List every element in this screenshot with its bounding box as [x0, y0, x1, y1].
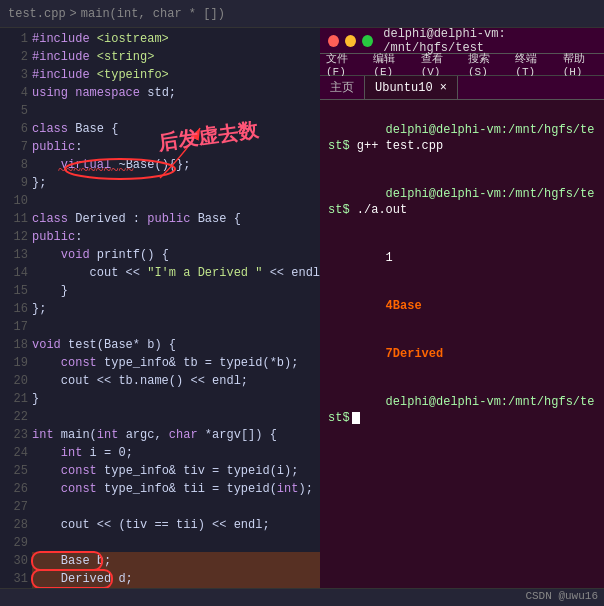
code-line-28: cout << (tiv == tii) << endl;	[32, 516, 320, 534]
menu-view[interactable]: 查看(V)	[421, 51, 456, 78]
code-line-15: }	[32, 282, 320, 300]
code-line-20: cout << tb.name() << endl;	[32, 372, 320, 390]
code-editor: 12345 678910 1112131415 1617181920 21222…	[0, 28, 320, 588]
code-line-7: public:	[32, 138, 320, 156]
breadcrumb: test.cpp > main(int, char * [])	[0, 7, 233, 21]
menu-search[interactable]: 搜索(S)	[468, 51, 503, 78]
code-line-3: #include <typeinfo>	[32, 66, 320, 84]
code-line-5	[32, 102, 320, 120]
main-area: 12345 678910 1112131415 1617181920 21222…	[0, 28, 604, 588]
terminal-cmd-1: g++ test.cpp	[350, 139, 444, 153]
code-line-4: using namespace std;	[32, 84, 320, 102]
menu-file[interactable]: 文件(F)	[326, 51, 361, 78]
code-line-31: Derived d;	[32, 570, 320, 588]
code-line-23: int main(int argc, char *argv[]) {	[32, 426, 320, 444]
code-line-13: void printf() {	[32, 246, 320, 264]
terminal-cursor	[352, 412, 360, 424]
code-line-17	[32, 318, 320, 336]
bottom-bar: CSDN @uwu16	[0, 588, 604, 606]
code-line-24: int i = 0;	[32, 444, 320, 462]
line-numbers: 12345 678910 1112131415 1617181920 21222…	[0, 28, 28, 588]
code-line-25: const type_info& tiv = typeid(i);	[32, 462, 320, 480]
breadcrumb-func: main(int, char * [])	[81, 7, 225, 21]
watermark: CSDN @uwu16	[525, 590, 598, 602]
terminal-output-1: 1	[386, 251, 393, 265]
code-line-19: const type_info& tb = typeid(*b);	[32, 354, 320, 372]
terminal-line-3: 1	[328, 234, 596, 282]
terminal-panel: delphi@delphi-vm: /mnt/hgfs/test 文件(F) 编…	[320, 28, 604, 588]
code-line-9: };	[32, 174, 320, 192]
menu-terminal[interactable]: 终端(T)	[515, 51, 550, 78]
code-line-21: }	[32, 390, 320, 408]
terminal-line-2: delphi@delphi-vm:/mnt/hgfs/test$ ./a.out	[328, 170, 596, 234]
terminal-line-6: delphi@delphi-vm:/mnt/hgfs/test$	[328, 378, 596, 442]
terminal-content: delphi@delphi-vm:/mnt/hgfs/test$ g++ tes…	[320, 100, 604, 588]
code-line-26: const type_info& tii = typeid(int);	[32, 480, 320, 498]
terminal-prompt-3: delphi@delphi-vm:/mnt/hgfs/test$	[328, 395, 594, 425]
code-line-10	[32, 192, 320, 210]
terminal-maximize-btn[interactable]	[362, 35, 373, 47]
code-line-8: virtual ~Base(){};	[32, 156, 320, 174]
menu-edit[interactable]: 编辑(E)	[373, 51, 408, 78]
code-line-1: #include <iostream>	[32, 30, 320, 48]
terminal-tab-home[interactable]: 主页	[320, 76, 365, 99]
terminal-close-btn[interactable]	[328, 35, 339, 47]
terminal-minimize-btn[interactable]	[345, 35, 356, 47]
code-line-18: void test(Base* b) {	[32, 336, 320, 354]
code-line-14: cout << "I'm a Derived " << endl;	[32, 264, 320, 282]
breadcrumb-sep: >	[70, 7, 77, 21]
terminal-line-4: 4Base	[328, 282, 596, 330]
code-line-22	[32, 408, 320, 426]
code-line-2: #include <string>	[32, 48, 320, 66]
terminal-menu: 文件(F) 编辑(E) 查看(V) 搜索(S) 终端(T) 帮助(H)	[320, 54, 604, 76]
terminal-tab-ubuntu10[interactable]: Ubuntu10 ×	[365, 76, 458, 99]
code-line-12: public:	[32, 228, 320, 246]
code-line-30: Base b;	[32, 552, 320, 570]
code-line-16: };	[32, 300, 320, 318]
terminal-output-4base: 4Base	[386, 299, 422, 313]
terminal-line-5: 7Derived	[328, 330, 596, 378]
tab-bar: test.cpp > main(int, char * [])	[0, 0, 604, 28]
terminal-output-7derived: 7Derived	[386, 347, 444, 361]
code-line-11: class Derived : public Base {	[32, 210, 320, 228]
code-line-27	[32, 498, 320, 516]
menu-help[interactable]: 帮助(H)	[563, 51, 598, 78]
code-line-6: class Base {	[32, 120, 320, 138]
terminal-line-1: delphi@delphi-vm:/mnt/hgfs/test$ g++ tes…	[328, 106, 596, 170]
terminal-titlebar: delphi@delphi-vm: /mnt/hgfs/test	[320, 28, 604, 54]
terminal-tabs: 主页 Ubuntu10 ×	[320, 76, 604, 100]
code-lines: #include <iostream> #include <string> #i…	[32, 28, 320, 588]
code-line-29	[32, 534, 320, 552]
breadcrumb-file: test.cpp	[8, 7, 66, 21]
terminal-cmd-2: ./a.out	[350, 203, 408, 217]
